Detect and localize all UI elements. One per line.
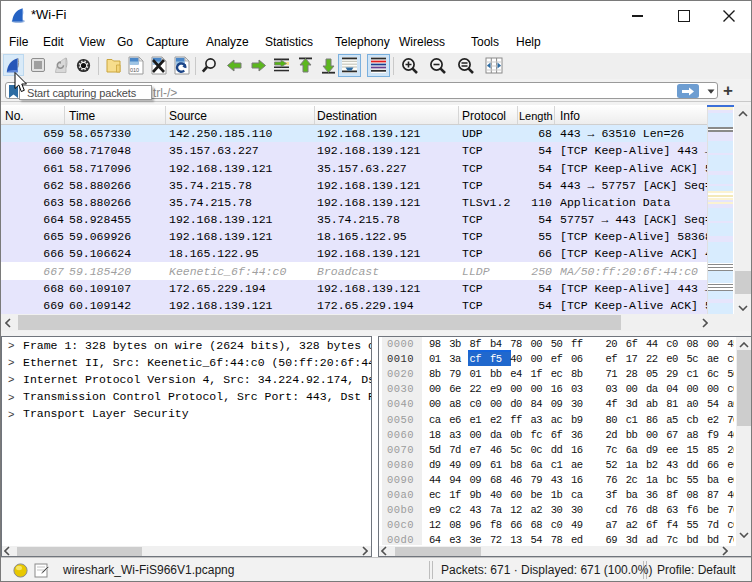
svg-text:010: 010 bbox=[130, 67, 139, 73]
